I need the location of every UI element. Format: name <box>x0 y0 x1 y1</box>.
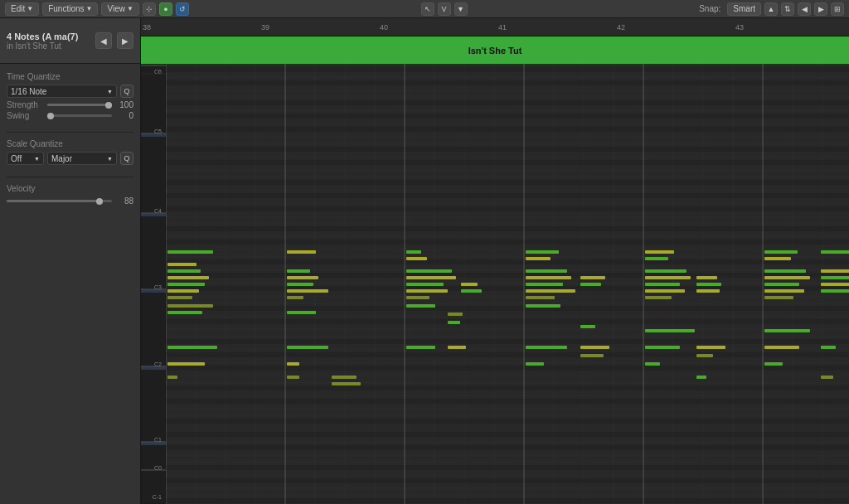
svg-rect-20 <box>141 289 166 293</box>
move-icon[interactable]: ⊹ <box>143 2 156 16</box>
piano-keyboard: C6 C5 C4 C3 C2 C1 C0 C-1 <box>141 64 166 504</box>
loop-icon[interactable]: ↺ <box>176 2 189 16</box>
info-bar: 4 Notes (A ma(7) in Isn't She Tut ◀ ▶ <box>0 18 140 64</box>
note-block <box>645 276 691 279</box>
note-block <box>526 296 555 299</box>
velocity-icon[interactable]: V <box>438 2 451 16</box>
note-block <box>696 283 721 286</box>
velocity-slider[interactable] <box>7 200 112 202</box>
note-block <box>764 289 804 293</box>
note-block <box>332 376 357 379</box>
note-block <box>645 289 685 293</box>
scale-off-select[interactable]: Off ▼ <box>7 152 44 165</box>
svg-rect-22 <box>141 442 166 445</box>
snap-up-icon[interactable]: ▲ <box>764 2 778 16</box>
svg-rect-18 <box>141 133 166 137</box>
swing-value: 0 <box>115 111 133 120</box>
note-block <box>448 321 460 324</box>
time-quantize-group: Time Quantize 1/16 Note ▼ Q Strength 100 <box>7 72 133 120</box>
edit-menu[interactable]: Edit ▼ <box>5 2 39 16</box>
quantize-select[interactable]: 1/16 Note ▼ <box>7 85 117 98</box>
note-block <box>764 346 799 349</box>
note-block <box>287 346 328 349</box>
note-block <box>461 289 482 293</box>
note-block <box>696 289 720 293</box>
strength-row: Strength 100 <box>7 100 133 109</box>
velocity-label: Velocity <box>7 184 133 193</box>
note-block <box>764 250 798 254</box>
view-menu[interactable]: View ▼ <box>101 2 138 16</box>
note-block <box>287 296 303 299</box>
note-block <box>287 362 299 366</box>
info-btn-left[interactable]: ◀ <box>95 32 112 49</box>
scale-q-btn[interactable]: Q <box>120 152 133 165</box>
controls-section: Time Quantize 1/16 Note ▼ Q Strength 100 <box>0 64 140 504</box>
nudge-left-icon[interactable]: ◀ <box>798 2 811 16</box>
note-block <box>287 289 328 293</box>
scale-major-select[interactable]: Major ▼ <box>47 152 117 165</box>
strength-label: Strength <box>7 100 44 109</box>
swing-thumb[interactable] <box>47 113 54 119</box>
note-block <box>764 269 806 273</box>
note-block <box>764 296 793 299</box>
svg-rect-21 <box>141 366 166 370</box>
note-block <box>764 283 799 286</box>
velocity-group: Velocity 88 <box>7 184 133 206</box>
svg-rect-36 <box>166 64 849 504</box>
note-block <box>167 296 192 299</box>
note-block <box>526 269 567 273</box>
piano-grid-container: C6 C5 C4 C3 C2 C1 C0 C-1 <box>141 64 849 504</box>
note-block <box>287 311 316 314</box>
swing-label: Swing <box>7 111 44 120</box>
note-block <box>167 283 205 286</box>
scale-quantize-group: Scale Quantize Off ▼ Major ▼ Q <box>7 139 133 165</box>
nudge-right-icon[interactable]: ▶ <box>814 2 827 16</box>
functions-menu[interactable]: Functions ▼ <box>42 2 98 16</box>
measure-38: 38 <box>141 23 151 32</box>
piano-roll-area: 38 39 40 41 42 43 Isn't She Tut <box>141 18 849 504</box>
arrow-down-icon[interactable]: ▼ <box>454 2 468 16</box>
velocity-value: 88 <box>115 196 133 206</box>
quantize-arrow: ▼ <box>107 89 113 94</box>
note-block <box>526 289 575 293</box>
info-btn-right[interactable]: ▶ <box>117 32 133 49</box>
svg-rect-19 <box>141 213 166 216</box>
note-block <box>580 283 601 286</box>
quantize-btn[interactable]: Q <box>120 85 133 98</box>
note-grid[interactable] <box>166 64 849 504</box>
note-block <box>167 269 201 273</box>
cursor-icon[interactable]: ↖ <box>421 2 434 16</box>
info-subtitle: in Isn't She Tut <box>7 41 90 51</box>
strength-thumb[interactable] <box>105 102 112 109</box>
note-block <box>526 346 567 349</box>
note-block <box>645 296 672 299</box>
extra-icon[interactable]: ⊞ <box>831 2 844 16</box>
note-block <box>821 269 849 273</box>
note-block <box>821 376 833 379</box>
note-block <box>287 376 299 379</box>
swing-slider[interactable] <box>47 114 112 117</box>
note-block <box>167 362 205 366</box>
record-icon[interactable]: ● <box>159 2 172 16</box>
velocity-thumb[interactable] <box>96 198 103 205</box>
note-block <box>645 257 668 260</box>
note-block <box>526 362 544 366</box>
note-block <box>406 346 435 349</box>
snap-value[interactable]: Smart <box>727 2 761 16</box>
note-block <box>764 257 791 260</box>
note-block <box>406 296 429 299</box>
note-block <box>526 250 559 254</box>
functions-arrow: ▼ <box>86 5 93 12</box>
note-block <box>821 289 849 293</box>
note-block <box>526 283 563 286</box>
divider2 <box>7 177 133 177</box>
note-block <box>526 276 571 279</box>
strength-slider[interactable] <box>47 104 112 106</box>
view-arrow: ▼ <box>127 5 133 12</box>
track-name: Isn't She Tut <box>468 46 522 56</box>
time-quantize-label: Time Quantize <box>7 72 133 81</box>
left-panel: 4 Notes (A ma(7) in Isn't She Tut ◀ ▶ Ti… <box>0 18 141 504</box>
snap-label: Snap: <box>699 4 720 13</box>
note-block <box>696 346 725 349</box>
transpose-icon[interactable]: ⇅ <box>781 2 794 16</box>
